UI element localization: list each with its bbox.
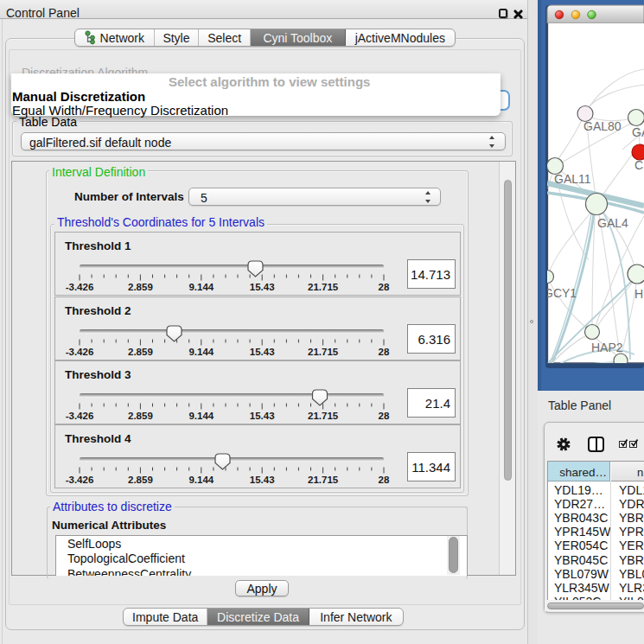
svg-text:-3.426: -3.426 — [66, 347, 94, 357]
svg-text:GCY1: GCY1 — [544, 286, 577, 300]
svg-text:2.859: 2.859 — [128, 347, 153, 357]
svg-text:9.144: 9.144 — [188, 411, 214, 421]
svg-text:GAL80: GAL80 — [583, 119, 622, 133]
svg-text:21.715: 21.715 — [308, 282, 339, 292]
svg-text:2.859: 2.859 — [128, 411, 153, 421]
svg-text:C: C — [634, 158, 643, 172]
svg-text:21.715: 21.715 — [308, 475, 339, 485]
svg-text:-3.426: -3.426 — [66, 282, 94, 292]
svg-text:15.43: 15.43 — [250, 411, 275, 421]
svg-text:28: 28 — [379, 282, 390, 292]
svg-text:GAL11: GAL11 — [554, 172, 591, 186]
svg-text:9.144: 9.144 — [188, 347, 214, 357]
svg-text:28: 28 — [379, 475, 390, 485]
svg-text:21.715: 21.715 — [308, 347, 339, 357]
svg-text:9.144: 9.144 — [188, 282, 214, 292]
svg-text:21.715: 21.715 — [308, 411, 339, 421]
svg-text:H: H — [634, 287, 643, 301]
svg-text:HAP2: HAP2 — [591, 341, 623, 354]
svg-text:15.43: 15.43 — [250, 475, 275, 485]
svg-text:2.859: 2.859 — [128, 475, 153, 485]
svg-text:15.43: 15.43 — [250, 347, 275, 357]
svg-text:28: 28 — [379, 347, 390, 357]
svg-text:15.43: 15.43 — [250, 282, 275, 292]
svg-text:-3.426: -3.426 — [66, 475, 94, 485]
svg-text:GAL4: GAL4 — [597, 216, 628, 230]
svg-text:28: 28 — [379, 411, 390, 421]
svg-text:9.144: 9.144 — [188, 475, 214, 485]
svg-text:2.859: 2.859 — [128, 282, 153, 292]
svg-text:-3.426: -3.426 — [66, 411, 94, 421]
svg-text:GA: GA — [632, 125, 644, 139]
